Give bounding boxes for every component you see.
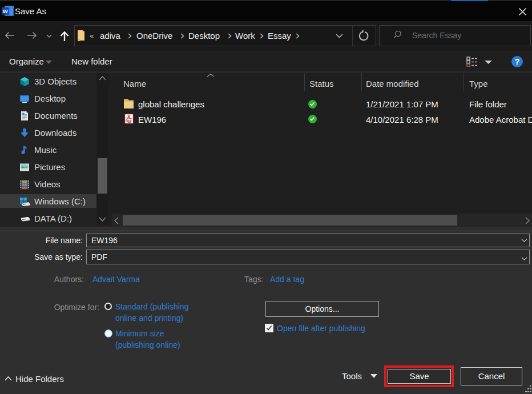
svg-text:W: W (3, 8, 8, 14)
svg-text:PDF: PDF (126, 120, 131, 123)
